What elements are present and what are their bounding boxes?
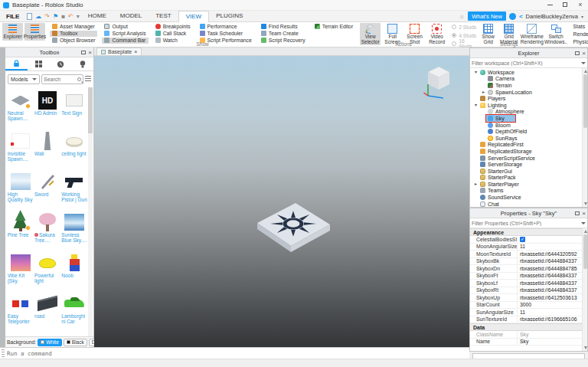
property-row[interactable]: SkyboxLfrbxassetid://6444884337 <box>470 280 587 287</box>
explorer-toggle-button[interactable]: Explorer <box>2 23 23 41</box>
property-row[interactable]: MoonAngularSize11 <box>470 244 587 251</box>
property-row[interactable]: SkyboxBkrbxassetid://6444884337 <box>470 258 587 266</box>
asset-item[interactable]: Sunless Blue Sky.... <box>61 211 88 251</box>
tree-item-soundservice[interactable]: SoundService <box>470 194 587 201</box>
task-scheduler-button[interactable]: Task Scheduler <box>198 31 254 37</box>
toolbox-search[interactable] <box>41 74 83 84</box>
drag-handle-icon[interactable] <box>2 349 5 357</box>
close-panel-icon[interactable]: × <box>582 51 586 57</box>
undo-icon[interactable]: ↶ <box>68 11 74 22</box>
performance-button[interactable]: Performance <box>198 24 254 30</box>
tab-plugins[interactable]: PLUGINS <box>209 11 250 22</box>
toolbox-tab-recent[interactable] <box>50 57 72 70</box>
tree-item-workspace[interactable]: ▾Workspace <box>470 69 587 76</box>
tree-item-replicatedstorage[interactable]: ReplicatedStorage <box>470 148 587 155</box>
properties-filter[interactable] <box>470 218 587 228</box>
property-row[interactable]: SunTextureIdrbxassetid://6196665106 <box>470 316 587 324</box>
tab-baseplate[interactable]: Baseplate × <box>96 48 142 55</box>
collapse-icon[interactable]: ▸ <box>481 89 486 95</box>
help-icon[interactable] <box>509 13 516 20</box>
asset-item[interactable]: road <box>34 292 60 333</box>
tree-item-replicatedfirst[interactable]: ReplicatedFirst <box>470 142 587 149</box>
asset-manager-button[interactable]: Asset Manager <box>50 24 97 30</box>
asset-item[interactable]: Easy Teleporter <box>7 292 34 333</box>
tree-item-bloom[interactable]: Bloom <box>470 122 587 129</box>
minimize-button[interactable] <box>542 0 557 11</box>
tab-model[interactable]: MODEL <box>113 11 149 22</box>
quick-access-dropdown-icon[interactable]: ▾ <box>77 11 80 22</box>
tab-home[interactable]: HOME <box>81 11 113 22</box>
file-menu-button[interactable]: FILE <box>0 13 25 20</box>
publish-flag-icon[interactable]: ⚑ <box>53 11 58 22</box>
property-row[interactable]: MoonTextureIdrbxassetid://6444320592 <box>470 251 587 258</box>
tree-item-lighting[interactable]: ▾Lighting <box>470 102 587 109</box>
tree-item-depthoffield[interactable]: DepthOfField <box>470 128 587 135</box>
tree-item-serverscriptservice[interactable]: ServerScriptService <box>470 155 587 162</box>
toolbox-tab-marketplace[interactable] <box>5 57 28 70</box>
property-row[interactable]: StarCount3000 <box>470 302 587 310</box>
share-icon[interactable]: < <box>519 13 523 20</box>
selected-tree-item[interactable]: Sky <box>486 115 515 122</box>
close-panel-icon[interactable]: × <box>582 211 586 217</box>
stop-icon[interactable]: ■ <box>61 11 65 22</box>
asset-item[interactable]: Working Pistol | Gun <box>61 170 88 211</box>
search-input[interactable] <box>44 77 70 82</box>
tree-item-starterplayer[interactable]: ▸StarterPlayer <box>470 181 587 188</box>
property-row[interactable]: SkyboxUprbxassetid://6412503613 <box>470 294 587 302</box>
tree-item-players[interactable]: Players <box>470 95 587 102</box>
new-file-icon[interactable] <box>27 13 32 20</box>
toolbox-button[interactable]: Toolbox <box>50 31 97 37</box>
property-row[interactable]: SkyboxDnrbxassetid://6444884785 <box>470 265 587 273</box>
tree-item-sunrays[interactable]: SunRays <box>470 135 587 142</box>
explorer-header[interactable]: Explorer × <box>470 48 587 58</box>
properties-filter-input[interactable] <box>472 221 581 226</box>
asset-item[interactable]: Lamborghini Car <box>61 292 88 333</box>
find-results-button[interactable]: Find Results <box>259 24 308 30</box>
tree-item-atmosphere[interactable]: Atmosphere <box>470 109 587 116</box>
spawn-baseplate[interactable] <box>251 194 335 263</box>
script-analysis-button[interactable]: Script Analysis <box>102 31 148 37</box>
close-button[interactable]: × <box>573 0 588 11</box>
tree-item-terrain[interactable]: Terrain <box>470 82 587 89</box>
tree-item-chat[interactable]: Chat <box>470 201 587 207</box>
stats-button[interactable]: Stats <box>571 24 588 31</box>
asset-item[interactable]: Powerful light <box>34 251 60 292</box>
call-stack-button[interactable]: Call Stack <box>153 31 193 37</box>
property-row[interactable]: CelestialBodiesShown✓ <box>470 236 587 244</box>
asset-item[interactable]: Pine Tree <box>7 211 34 251</box>
command-bar[interactable] <box>0 347 469 359</box>
collapse-icon[interactable]: ▸ <box>473 181 479 187</box>
asset-item[interactable]: ceiling light <box>61 129 88 170</box>
account-name[interactable]: DanielBuckleyZenva <box>526 13 578 20</box>
tree-item-teams[interactable]: Teams <box>470 188 587 195</box>
asset-item[interactable]: Text Sign <box>61 89 88 129</box>
expand-icon[interactable]: ▾ <box>473 102 479 108</box>
toolbox-header[interactable]: Toolbox × <box>5 48 93 57</box>
output-button[interactable]: Output <box>102 24 148 30</box>
tab-view[interactable]: VIEW <box>178 11 209 22</box>
radio-4-studs[interactable]: 4 Studs <box>452 32 477 38</box>
asset-item[interactable]: HDHD Admin <box>34 89 60 129</box>
explorer-scrollbar[interactable] <box>582 68 587 207</box>
settings-icon[interactable]: ☼ <box>459 13 465 20</box>
toolbox-tab-inventory[interactable] <box>28 57 50 70</box>
expand-icon[interactable]: ▾ <box>473 69 479 75</box>
category-dropdown[interactable]: Models <box>8 74 40 84</box>
radio-2-studs[interactable]: 2 Studs <box>452 24 477 30</box>
open-cloud-icon[interactable]: ☁ <box>35 11 41 22</box>
render-button[interactable]: Render <box>571 31 588 38</box>
asset-item[interactable]: Sakura Tree.... <box>34 211 60 251</box>
tree-item-spawnlocation[interactable]: ▸SpawnLocation <box>470 89 587 96</box>
tree-item-camera[interactable]: Camera <box>470 76 587 83</box>
asset-item[interactable]: Neutral Spawn.... <box>7 89 34 129</box>
property-row[interactable]: NameSky <box>470 339 587 346</box>
section-data[interactable]: Data <box>470 323 587 331</box>
tab-test[interactable]: TEST <box>149 11 178 22</box>
view-selector-cube[interactable] <box>423 62 457 99</box>
float-panel-icon[interactable] <box>81 51 86 54</box>
terrain-editor-button[interactable]: Terrain Editor <box>312 24 355 30</box>
property-row[interactable]: SkyboxFtrbxassetid://6444884337 <box>470 273 587 280</box>
filter-icon[interactable] <box>85 76 91 82</box>
team-create-button[interactable]: Team Create <box>259 31 308 37</box>
close-tab-icon[interactable]: × <box>134 49 137 54</box>
